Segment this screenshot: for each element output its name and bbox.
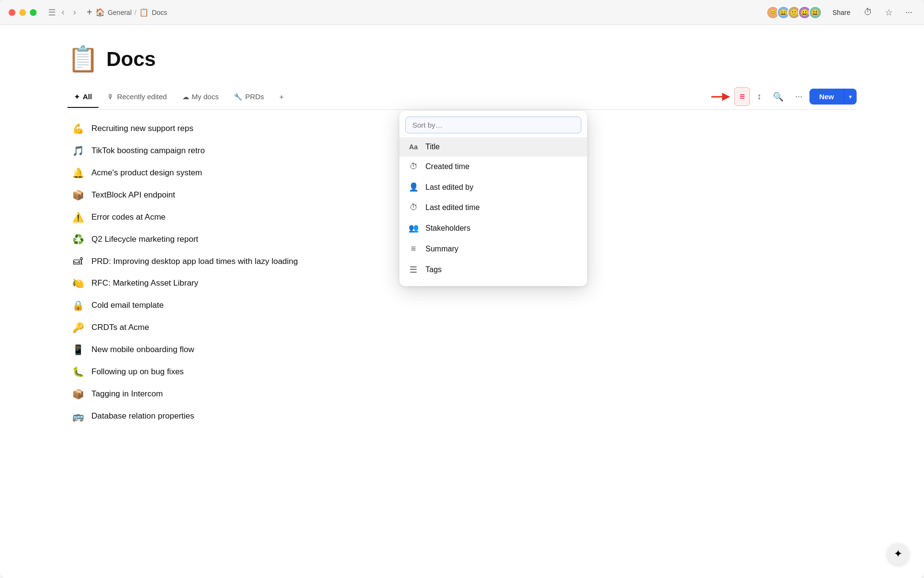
close-button[interactable] [9,9,15,16]
new-doc-button[interactable]: New [809,89,844,105]
doc-emoji: 🍋 [71,277,85,289]
filter-icon: ≡ [739,91,745,102]
avatar[interactable]: 😃 [808,6,822,19]
navigation-buttons: ‹ › [59,5,79,19]
tab-all-label: All [83,92,92,101]
favorite-button[interactable]: ☆ [882,5,896,20]
breadcrumb: 🏠 General / 📋 Docs [95,8,167,17]
tab-all[interactable]: ✦ All [67,89,99,104]
doc-emoji: 📱 [71,344,85,355]
titlebar: ☰ ‹ › + 🏠 General / 📋 Docs 😊 😄 🙂 😀 😃 Sha… [0,0,924,25]
sort-option-last-edited-time-label: Last edited time [425,203,480,212]
traffic-lights [9,9,37,16]
doc-name: New mobile onboarding flow [91,345,194,355]
doc-item[interactable]: 📱 New mobile onboarding flow [67,339,857,361]
sort-option-stakeholders[interactable]: 👥 Stakeholders [399,218,587,238]
history-button[interactable]: ⏱ [861,5,875,19]
add-page-button[interactable]: + [84,5,95,20]
doc-name: Acme's product design system [91,168,202,178]
tab-recently-edited-label: Recently edited [117,92,167,101]
doc-emoji: 📦 [71,388,85,400]
app-window: ☰ ‹ › + 🏠 General / 📋 Docs 😊 😄 🙂 😀 😃 Sha… [0,0,924,578]
more-toolbar-button[interactable]: ··· [791,88,807,105]
doc-name: Recruiting new support reps [91,124,193,133]
tab-my-docs[interactable]: ☁ My docs [176,89,226,104]
tags-icon: ☰ [408,264,419,275]
tab-my-docs-label: My docs [192,92,219,101]
breadcrumb-separator: / [135,9,137,16]
last-edited-time-icon: ⏱ [408,203,419,212]
hamburger-button[interactable]: ☰ [45,5,59,20]
add-tab-button[interactable]: + [273,89,291,104]
doc-item[interactable]: 🐛 Following up on bug fixes [67,361,857,383]
tab-all-icon: ✦ [74,93,80,101]
doc-name: Cold email template [91,301,164,310]
tabs-divider [67,109,857,110]
share-button[interactable]: Share [829,7,854,18]
home-icon: 🏠 [95,8,105,17]
toolbar-right: ≡ ↕ 🔍 ··· New ▾ [710,87,857,106]
filter-button[interactable]: ≡ [734,87,750,106]
new-doc-dropdown-button[interactable]: ▾ [844,89,857,105]
sparkle-icon: ✦ [894,548,902,560]
tab-recently-edited[interactable]: 🎙 Recently edited [101,89,173,104]
doc-emoji: ⚠️ [71,211,85,223]
tabs-bar: ✦ All 🎙 Recently edited ☁ My docs 🔧 PRDs… [67,83,857,110]
last-edited-by-icon: 👤 [408,182,419,192]
sort-option-title[interactable]: Aa Title [399,137,587,157]
sort-option-summary[interactable]: ≡ Summary [399,238,587,259]
doc-name: Following up on bug fixes [91,367,184,377]
sort-button[interactable]: ↕ [753,88,766,105]
page-icon-small: 📋 [139,8,149,17]
tab-my-docs-icon: ☁ [182,93,189,101]
sort-search-input[interactable] [405,117,581,133]
arrow-icon [710,90,733,104]
doc-emoji: 🚌 [71,410,85,422]
more-icon: ··· [795,92,802,101]
collaborator-avatars: 😊 😄 🙂 😀 😃 [766,6,822,19]
doc-name: TextBlock API endpoint [91,190,175,200]
titlebar-right: 😊 😄 🙂 😀 😃 Share ⏱ ☆ ··· [766,5,915,20]
doc-item[interactable]: 🔑 CRDTs at Acme [67,316,857,339]
back-button[interactable]: ‹ [59,5,67,19]
sort-option-title-label: Title [425,143,440,151]
doc-emoji: 🔔 [71,167,85,179]
page-header: 📋 Docs [67,25,857,83]
doc-name: RFC: Marketing Asset Library [91,278,198,288]
doc-emoji: ♻️ [71,234,85,245]
tab-prds[interactable]: 🔧 PRDs [227,89,270,104]
forward-button[interactable]: › [70,5,79,19]
sparkle-button[interactable]: ✦ [887,543,909,565]
search-button[interactable]: 🔍 [769,88,788,105]
doc-item[interactable]: 🚌 Database relation properties [67,405,857,427]
sort-dropdown: Aa Title ⏱ Created time 👤 Last edited by… [399,111,587,286]
doc-name: Tagging in Intercom [91,389,163,399]
doc-name: Database relation properties [91,411,194,421]
breadcrumb-page[interactable]: Docs [152,9,167,16]
sort-option-created-time[interactable]: ⏱ Created time [399,157,587,177]
page-title: Docs [106,48,156,71]
breadcrumb-home[interactable]: General [108,9,132,16]
doc-name: CRDTs at Acme [91,323,149,332]
sort-option-tags[interactable]: ☰ Tags [399,259,587,280]
search-icon: 🔍 [773,92,783,102]
title-icon: Aa [408,143,419,151]
sort-option-last-edited-by[interactable]: 👤 Last edited by [399,177,587,197]
main-content: 📋 Docs ✦ All 🎙 Recently edited ☁ My docs… [0,25,924,578]
doc-item[interactable]: 📦 Tagging in Intercom [67,383,857,405]
doc-emoji: 🎵 [71,145,85,157]
doc-item[interactable]: 🔒 Cold email template [67,294,857,316]
doc-name: PRD: Improving desktop app load times wi… [91,257,298,266]
created-time-icon: ⏱ [408,162,419,171]
stakeholders-icon: 👥 [408,223,419,233]
minimize-button[interactable] [19,9,26,16]
doc-emoji: 📦 [71,189,85,201]
doc-name: TikTok boosting campaign retro [91,146,205,156]
maximize-button[interactable] [30,9,37,16]
sort-option-created-time-label: Created time [425,162,470,171]
sort-option-last-edited-time[interactable]: ⏱ Last edited time [399,197,587,218]
sort-option-tags-label: Tags [425,265,442,274]
more-options-button[interactable]: ··· [902,5,915,19]
sort-option-summary-label: Summary [425,245,458,253]
doc-emoji: 🛋 [71,256,85,267]
